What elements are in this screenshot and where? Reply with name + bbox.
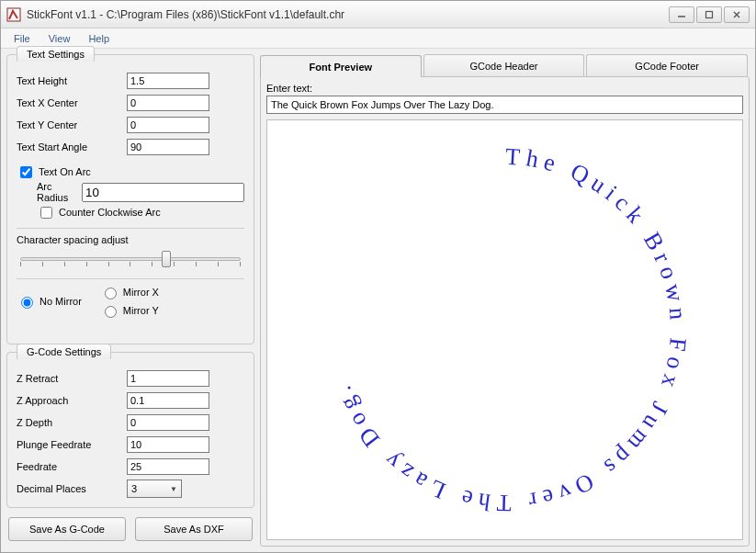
arc-radius-label: Arc Radius (37, 181, 82, 203)
no-mirror-radio[interactable] (21, 297, 33, 309)
separator (17, 278, 244, 279)
menu-file[interactable]: File (6, 31, 38, 46)
tab-gcode-header[interactable]: GCode Header (423, 54, 585, 76)
save-gcode-button[interactable]: Save As G-Code (8, 517, 126, 541)
tab-font-preview[interactable]: Font Preview (260, 55, 422, 77)
feedrate-input[interactable] (127, 458, 209, 475)
text-settings-legend: Text Settings (17, 46, 95, 62)
app-icon (6, 7, 21, 22)
mirror-y-label: Mirror Y (123, 305, 159, 316)
save-gcode-label: Save As G-Code (29, 524, 105, 535)
plunge-feedrate-label: Plunge Feedrate (17, 439, 127, 450)
tab-gcode-footer-label: GCode Footer (635, 61, 699, 72)
minimize-button[interactable] (669, 6, 694, 23)
maximize-button[interactable] (696, 6, 722, 23)
text-height-label: Text Height (17, 75, 127, 86)
mirror-y-radio[interactable] (105, 306, 117, 318)
window-buttons (669, 6, 750, 23)
window-title: StickFont v1.1 - C:\Program Files (x86)\… (27, 8, 669, 21)
menu-help[interactable]: Help (81, 31, 117, 46)
tab-font-preview-label: Font Preview (310, 62, 372, 73)
no-mirror-label: No Mirror (39, 296, 82, 307)
z-depth-label: Z Depth (17, 417, 127, 428)
decimal-places-label: Decimal Places (17, 483, 127, 494)
font-preview-canvas: The Quick Brown Fox Jumps Over The Lazy … (266, 119, 743, 540)
tab-gcode-footer[interactable]: GCode Footer (586, 54, 748, 76)
arc-preview-text: The Quick Brown Fox Jumps Over The Lazy … (327, 143, 692, 516)
arc-textpath: The Quick Brown Fox Jumps Over The Lazy … (327, 143, 692, 516)
left-column: Text Settings Text Height Text X Center … (6, 54, 254, 547)
menubar: File View Help (1, 28, 755, 49)
arc-radius-input[interactable] (82, 183, 244, 202)
feedrate-label: Feedrate (17, 461, 127, 472)
z-retract-label: Z Retract (17, 373, 127, 384)
z-depth-input[interactable] (127, 414, 209, 431)
plunge-feedrate-input[interactable] (127, 436, 209, 453)
separator (17, 228, 244, 229)
spacing-label: Character spacing adjust (17, 234, 244, 245)
ccw-label: Counter Clockwise Arc (59, 207, 161, 218)
save-dxf-button[interactable]: Save As DXF (135, 517, 253, 541)
text-start-angle-input[interactable] (127, 139, 209, 155)
spacing-slider-thumb[interactable] (162, 251, 171, 267)
text-y-center-label: Text Y Center (17, 119, 127, 130)
enter-text-input[interactable] (266, 96, 743, 114)
chevron-down-icon: ▼ (170, 485, 177, 493)
z-approach-input[interactable] (127, 392, 209, 409)
decimal-places-value: 3 (131, 483, 137, 494)
text-on-arc-label: Text On Arc (39, 166, 91, 177)
menu-view[interactable]: View (41, 31, 78, 46)
z-approach-label: Z Approach (17, 395, 127, 406)
right-column: Font Preview GCode Header GCode Footer E… (260, 54, 750, 547)
tabs: Font Preview GCode Header GCode Footer (260, 54, 750, 76)
titlebar: StickFont v1.1 - C:\Program Files (x86)\… (1, 1, 755, 28)
z-retract-input[interactable] (127, 370, 209, 387)
enter-text-label: Enter text: (266, 83, 743, 94)
text-settings-group: Text Settings Text Height Text X Center … (6, 54, 254, 344)
app-window: StickFont v1.1 - C:\Program Files (x86)\… (0, 0, 756, 553)
text-y-center-input[interactable] (127, 117, 209, 133)
text-height-input[interactable] (127, 73, 209, 89)
text-x-center-label: Text X Center (17, 97, 127, 108)
spacing-slider[interactable] (20, 249, 241, 269)
tab-content: Enter text: The Quick Brown Fox Jumps Ov… (260, 76, 750, 547)
gcode-settings-group: G-Code Settings Z Retract Z Approach Z D… (6, 352, 254, 508)
save-dxf-label: Save As DXF (164, 524, 223, 535)
body: Text Settings Text Height Text X Center … (1, 49, 755, 552)
decimal-places-select[interactable]: 3 ▼ (127, 480, 182, 498)
tab-gcode-header-label: GCode Header (470, 61, 538, 72)
text-x-center-input[interactable] (127, 95, 209, 111)
ccw-checkbox[interactable] (40, 207, 52, 219)
gcode-settings-legend: G-Code Settings (17, 344, 111, 359)
text-on-arc-checkbox[interactable] (20, 166, 32, 178)
close-button[interactable] (724, 6, 750, 23)
svg-rect-2 (706, 11, 713, 17)
mirror-x-radio[interactable] (105, 288, 117, 299)
mirror-x-label: Mirror X (123, 287, 159, 298)
text-start-angle-label: Text Start Angle (17, 141, 127, 152)
